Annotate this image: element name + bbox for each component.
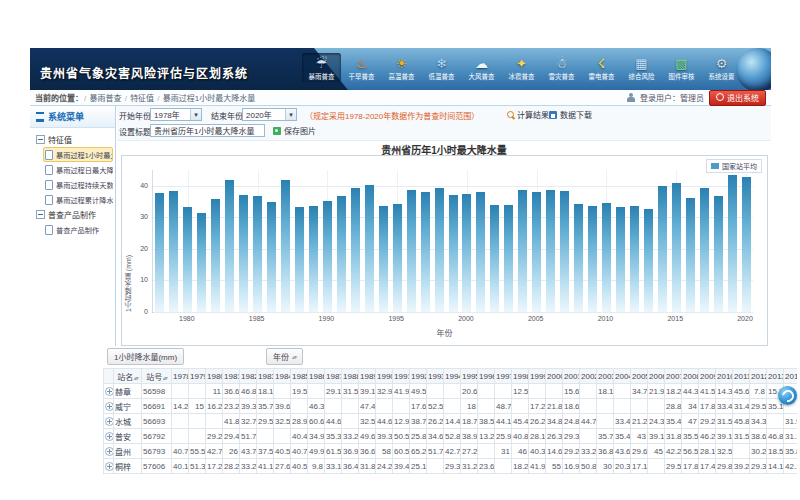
sort-icons[interactable]: ▴▾ <box>133 375 138 381</box>
year-column-header[interactable]: 2006 <box>648 369 665 384</box>
year-column-header[interactable]: 1994 <box>444 369 461 384</box>
sidebar-item[interactable]: 暴雨过程日最大降水量 <box>43 162 113 177</box>
year-column-header[interactable]: 1992 <box>410 369 427 384</box>
toolbar-item-hail[interactable]: ✦冰雹普查 <box>502 53 541 82</box>
year-column-header[interactable]: 2001 <box>563 369 580 384</box>
expand-cell[interactable] <box>104 414 114 429</box>
year-column-header[interactable]: 2012 <box>750 369 767 384</box>
expand-cell[interactable] <box>104 429 114 444</box>
expand-cell[interactable] <box>104 399 114 414</box>
year-column-header[interactable]: 1989 <box>359 369 376 384</box>
chart-title-input[interactable] <box>150 124 265 137</box>
year-column-header[interactable]: 1988 <box>342 369 359 384</box>
year-column-header[interactable]: 2002 <box>580 369 597 384</box>
year-column-header[interactable]: 1979 <box>189 369 206 384</box>
logout-button[interactable]: 退出系统 <box>709 90 766 106</box>
year-column-header[interactable]: 2007 <box>665 369 682 384</box>
expand-cell[interactable] <box>104 459 114 474</box>
main-panel: 开始年份 1978年 ▾ 结束年份 2020年 ▾ （规定采用1978-2020… <box>117 106 771 346</box>
station-name-cell[interactable]: 普安 <box>114 429 142 444</box>
toolbar-item-cold[interactable]: ❄低温普查 <box>422 53 461 82</box>
year-column-header[interactable]: 2003 <box>597 369 614 384</box>
sort-icons: ▴▾ <box>292 353 296 360</box>
year-column-header[interactable]: 1983 <box>257 369 274 384</box>
year-column-header[interactable]: 1986 <box>308 369 325 384</box>
expand-cell[interactable] <box>104 444 114 459</box>
sidebar-item[interactable]: 暴雨过程持续天数 <box>43 177 113 192</box>
expand-icon[interactable] <box>105 402 114 411</box>
year-column-header[interactable]: 2011 <box>733 369 750 384</box>
year-column-header[interactable]: 2008 <box>682 369 699 384</box>
year-column-header[interactable]: 1995 <box>461 369 478 384</box>
year-column-header[interactable]: 1997 <box>495 369 512 384</box>
sidebar-item[interactable]: 暴雨过程累计降水量 <box>43 192 113 207</box>
image-icon <box>273 127 281 135</box>
end-year-select[interactable]: 2020年 ▾ <box>242 108 297 121</box>
year-column-header[interactable]: 1978 <box>172 369 189 384</box>
station-name-cell[interactable]: 桐梓 <box>114 459 142 474</box>
floating-contact-widget[interactable] <box>778 386 797 405</box>
toolbar-item-heat[interactable]: ☀高温普查 <box>382 53 421 82</box>
year-column-header[interactable]: 1996 <box>478 369 495 384</box>
tree-group[interactable]: 普查产品制作 <box>32 207 113 222</box>
calculate-button[interactable]: 计算结果 <box>507 109 549 120</box>
expand-cell[interactable] <box>104 384 114 399</box>
toolbar-item-rain[interactable]: ☔暴雨普查 <box>302 53 341 82</box>
sidebar-item[interactable]: 暴雨过程1小时最大降水量 <box>43 147 113 162</box>
toolbar-item-wind[interactable]: ☁大风普查 <box>462 53 501 82</box>
toolbar-item-snow[interactable]: ☃雪灾普查 <box>542 53 581 82</box>
station-name-cell[interactable]: 威宁 <box>114 399 142 414</box>
year-column-header[interactable]: 1985 <box>291 369 308 384</box>
year-column-header[interactable]: 2013 <box>767 369 784 384</box>
data-field-chip[interactable]: 1小时降水量(mm) <box>107 348 184 365</box>
download-data-button[interactable]: 数据下载 <box>549 109 592 120</box>
year-column-header[interactable]: 1990 <box>376 369 393 384</box>
year-column-header[interactable]: 2009 <box>699 369 716 384</box>
year-column-header[interactable]: 2004 <box>614 369 631 384</box>
toolbar-item-lightning[interactable]: ☇雷电普查 <box>582 53 621 82</box>
station-name-cell[interactable]: 赫章 <box>114 384 142 399</box>
year-column-header[interactable]: 1987 <box>325 369 342 384</box>
sidebar-item[interactable]: 普查产品制作 <box>43 222 113 237</box>
breadcrumb-item[interactable]: 特征值 <box>130 94 154 103</box>
expand-icon[interactable] <box>105 462 114 471</box>
sort-icons[interactable]: ▴▾ <box>162 375 167 381</box>
year-column-header[interactable]: 1993 <box>427 369 444 384</box>
toolbar-item-review[interactable]: ▧图件审核 <box>662 53 701 82</box>
expand-icon[interactable] <box>105 387 114 396</box>
year-column-header[interactable]: 1982 <box>240 369 257 384</box>
expand-icon[interactable] <box>105 447 114 456</box>
year-column-header[interactable]: 1999 <box>529 369 546 384</box>
column-header-station-id[interactable]: 站号 ▴▾ <box>142 369 172 384</box>
year-column-header[interactable]: 1991 <box>393 369 410 384</box>
value-cell: 14.3 <box>716 384 733 399</box>
toolbar-item-settings[interactable]: ⚙系统设置 <box>702 53 741 82</box>
breadcrumb-bar: 当前的位置： / 暴雨普查 / 特征值 / 暴雨过程1小时最大降水量 登录用户：… <box>30 90 771 106</box>
year-column-header[interactable]: 1980 <box>206 369 223 384</box>
expand-icon[interactable] <box>105 432 114 441</box>
year-column-header[interactable]: 2014 <box>784 369 798 384</box>
breadcrumb-item[interactable]: 暴雨过程1小时最大降水量 <box>163 94 255 103</box>
toolbar-item-drought[interactable]: ♨干旱普查 <box>342 53 381 82</box>
year-column-header[interactable]: 1981 <box>223 369 240 384</box>
toolbar-item-risk[interactable]: ▦综合风险 <box>622 53 661 82</box>
station-name-cell[interactable]: 水城 <box>114 414 142 429</box>
year-column-header[interactable]: 2000 <box>546 369 563 384</box>
column-header-station-name[interactable]: 站名 ▴▾ <box>114 369 142 384</box>
year-column-header[interactable]: 1984 <box>274 369 291 384</box>
year-column-header[interactable]: 2010 <box>716 369 733 384</box>
year-column-header[interactable]: 2005 <box>631 369 648 384</box>
expand-icon[interactable] <box>105 417 114 426</box>
year-column-header[interactable]: 1998 <box>512 369 529 384</box>
x-tick-label: 2015 <box>660 315 690 322</box>
save-image-button[interactable]: 保存图片 <box>273 125 316 136</box>
hail-icon: ✦ <box>502 55 541 72</box>
collapse-icon[interactable] <box>36 210 45 219</box>
chart-plot <box>152 170 753 313</box>
breadcrumb-item[interactable]: 暴雨普查 <box>89 94 121 103</box>
column-field-chip[interactable]: 年份 ▴▾ <box>266 348 303 365</box>
tree-group[interactable]: 特征值 <box>32 132 113 147</box>
start-year-select[interactable]: 1978年 ▾ <box>150 108 202 121</box>
collapse-icon[interactable] <box>36 135 45 144</box>
station-name-cell[interactable]: 盘州 <box>114 444 142 459</box>
